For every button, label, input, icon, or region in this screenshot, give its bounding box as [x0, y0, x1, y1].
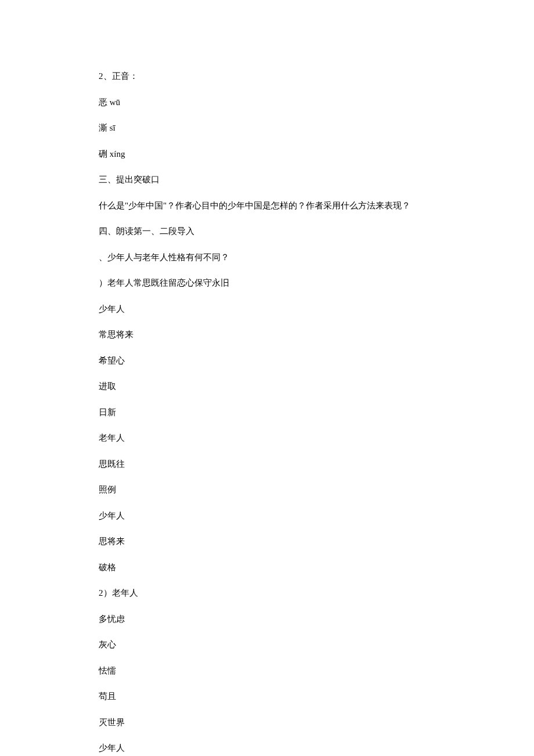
text-line: 四、朗读第一、二段导入 [99, 225, 435, 238]
text-line: 三、提出突破口 [99, 173, 435, 186]
text-line: 老年人 [99, 431, 435, 445]
text-line: 苟且 [99, 690, 435, 703]
text-line: 2）老年人 [99, 586, 435, 600]
text-line: 多忧虑 [99, 613, 435, 626]
text-line: 怯懦 [99, 664, 435, 678]
text-line: 灭世界 [99, 716, 435, 729]
text-line: 少年人 [99, 741, 435, 755]
text-line: 2、正音： [99, 70, 435, 83]
text-line: 思将来 [99, 535, 435, 548]
text-line: 什么是"少年中国"？作者心目中的少年中国是怎样的？作者采用什么方法来表现？ [99, 199, 435, 213]
text-line: ）老年人常思既往留恋心保守永旧 [99, 276, 435, 290]
text-line: 破格 [99, 561, 435, 574]
text-line: 思既往 [99, 458, 435, 471]
text-line: 常思将来 [99, 328, 435, 341]
text-line: 进取 [99, 380, 435, 393]
text-line: 、少年人与老年人性格有何不同？ [99, 251, 435, 264]
text-line: 少年人 [99, 509, 435, 523]
text-line: 少年人 [99, 303, 435, 316]
text-line: 恶 wū [99, 96, 435, 109]
text-line: 照例 [99, 483, 435, 496]
text-line: 希望心 [99, 354, 435, 368]
text-line: 澌 sī [99, 121, 435, 135]
text-line: 日新 [99, 406, 435, 419]
text-line: 硎 xíng [99, 147, 435, 161]
text-line: 灰心 [99, 638, 435, 651]
document-body: 2、正音： 恶 wū 澌 sī 硎 xíng 三、提出突破口 什么是"少年中国"… [0, 0, 534, 756]
